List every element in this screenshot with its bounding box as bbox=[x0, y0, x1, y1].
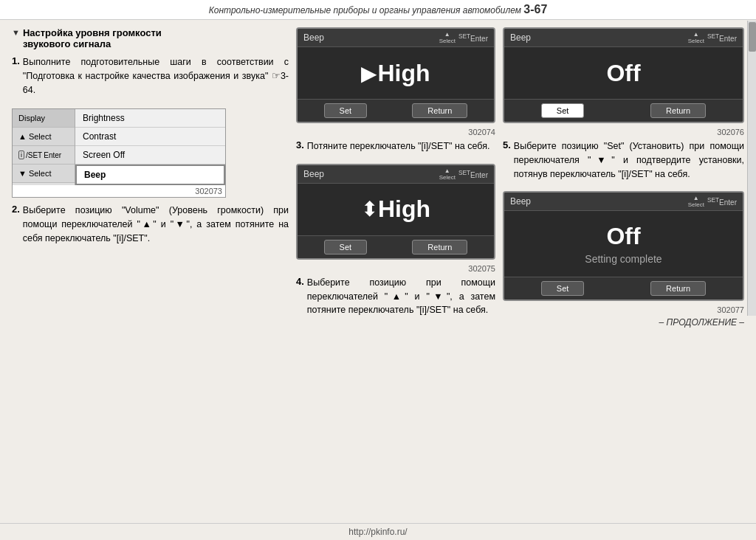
menu-item-beep[interactable]: Beep bbox=[75, 165, 225, 185]
step4-text: Выберите позицию при помощи переключател… bbox=[307, 276, 495, 317]
step5-num: 5. bbox=[503, 139, 511, 187]
step5-text: Выберите позицию "Set" (Установить) при … bbox=[514, 139, 744, 181]
panel4-controls: ▲ Select SETEnter bbox=[688, 195, 737, 208]
panel2-select-ctrl: ▲ Select bbox=[439, 167, 456, 181]
step5: 5. Выберите позицию "Set" (Установить) п… bbox=[503, 139, 744, 187]
panel3-return-btn[interactable]: Return bbox=[650, 103, 706, 118]
panel4-body: Off Setting complete bbox=[504, 211, 743, 277]
panel4: Beep ▲ Select SETEnter Off Setting compl… bbox=[503, 191, 744, 301]
footer-url: http://pkinfo.ru/ bbox=[348, 527, 407, 537]
menu-item-brightness[interactable]: Brightness bbox=[75, 109, 225, 128]
step1-text: Выполните подготовительные шаги в соотве… bbox=[23, 55, 289, 97]
panel3-caption: 302076 bbox=[503, 128, 744, 136]
page-header: Контрольно-измерительные приборы и орган… bbox=[0, 0, 756, 20]
select-ctrl-label: Select bbox=[439, 38, 456, 44]
step3-num: 3. bbox=[296, 139, 304, 159]
panel4-value: Off bbox=[606, 223, 640, 250]
play-icon: ▶ bbox=[361, 61, 377, 86]
panel4-footer: Set Return bbox=[504, 277, 743, 300]
step2-num: 2. bbox=[12, 204, 20, 251]
panel1-caption: 302074 bbox=[296, 128, 495, 136]
panel3-footer: Set Return bbox=[504, 99, 743, 122]
left-column: ▼ Настройка уровня громкости звукового с… bbox=[12, 27, 289, 516]
step1-num: 1. bbox=[12, 55, 20, 103]
panel1-header: Beep ▲ Select SETEnter bbox=[298, 29, 494, 47]
panel3-set-btn[interactable]: Set bbox=[541, 103, 585, 118]
enter-label: Enter bbox=[44, 151, 61, 159]
menu-main: Brightness Contrast Screen Off Beep bbox=[75, 109, 225, 185]
panel1-body: ▶ High bbox=[298, 47, 494, 99]
select-up-label: Select bbox=[29, 132, 52, 141]
set-enter-ctrl: SETEnter bbox=[458, 32, 488, 43]
up-down-icon: ⬍ bbox=[361, 197, 378, 221]
up-ctrl2: ▲ bbox=[444, 167, 450, 174]
triangle-icon: ▼ bbox=[12, 28, 20, 37]
panel2-body: ⬍ High bbox=[298, 184, 494, 235]
select-ctrl-label2: Select bbox=[439, 174, 456, 181]
section-title: ▼ Настройка уровня громкости звукового с… bbox=[12, 27, 289, 49]
panel4-set-btn[interactable]: Set bbox=[541, 281, 585, 296]
panel1-return-btn[interactable]: Return bbox=[412, 103, 467, 118]
select-up: ▲ Select bbox=[13, 128, 75, 146]
up-ctrl3: ▲ bbox=[693, 31, 699, 38]
panel3-select-ctrl: ▲ Select bbox=[688, 31, 704, 44]
page-footer: http://pkinfo.ru/ bbox=[0, 523, 756, 540]
scrollbar-thumb[interactable] bbox=[749, 22, 756, 52]
panel2-label: Beep bbox=[303, 169, 324, 179]
panel2-value: High bbox=[378, 195, 430, 223]
setting-complete: Setting complete bbox=[585, 253, 662, 265]
main-content: ▼ Настройка уровня громкости звукового с… bbox=[0, 20, 756, 523]
panel1-footer: Set Return bbox=[298, 99, 494, 122]
panel1-label: Beep bbox=[303, 32, 324, 43]
menu-item-screenoff[interactable]: Screen Off bbox=[75, 146, 225, 165]
menu-panel-inner: Display ▲ Select i /SET Enter ▼ Select bbox=[13, 109, 225, 185]
diagram-num-menu: 302073 bbox=[13, 185, 225, 197]
panel3-label: Beep bbox=[510, 32, 531, 43]
panel4-header: Beep ▲ Select SETEnter bbox=[504, 193, 743, 211]
panel4-caption: 302077 bbox=[503, 305, 744, 314]
panel2-return-btn[interactable]: Return bbox=[412, 240, 467, 255]
enter-item: i /SET Enter bbox=[13, 146, 75, 165]
panel3-value: Off bbox=[606, 60, 640, 87]
step1: 1. Выполните подготовительные шаги в соо… bbox=[12, 55, 289, 103]
enter-slash: /SET bbox=[26, 151, 42, 159]
panel2: Beep ▲ Select SETEnter ⬍ High Set Return bbox=[296, 164, 495, 260]
panel2-header: Beep ▲ Select SETEnter bbox=[298, 165, 494, 184]
title-line2: звукового сигнала bbox=[23, 38, 162, 49]
set-enter-ctrl4: SETEnter bbox=[707, 196, 737, 207]
info-icon: i bbox=[18, 150, 24, 159]
step4-num: 4. bbox=[296, 276, 304, 323]
header-text: Контрольно-измерительные приборы и орган… bbox=[209, 5, 521, 15]
select-down-label: Select bbox=[29, 169, 52, 178]
panel4-label: Beep bbox=[510, 196, 531, 207]
step2: 2. Выберите позицию "Volume" (Уровень гр… bbox=[12, 204, 289, 251]
up-ctrl4: ▲ bbox=[693, 195, 699, 201]
continuation-text: – ПРОДОЛЖЕНИЕ – bbox=[503, 317, 744, 328]
menu-item-contrast[interactable]: Contrast bbox=[75, 128, 225, 146]
panel3-header: Beep ▲ Select SETEnter bbox=[504, 29, 743, 47]
step3: 3. Потяните переключатель "[i]/SET" на с… bbox=[296, 139, 495, 159]
middle-column: Beep ▲ Select SETEnter ▶ High Set Return… bbox=[296, 27, 495, 516]
panel1-set-btn[interactable]: Set bbox=[324, 103, 368, 118]
panel2-footer: Set Return bbox=[298, 235, 494, 258]
menu-panel: Display ▲ Select i /SET Enter ▼ Select bbox=[12, 108, 226, 198]
panel2-set-btn[interactable]: Set bbox=[324, 240, 368, 255]
display-label: Display bbox=[13, 109, 75, 128]
panel1: Beep ▲ Select SETEnter ▶ High Set Return bbox=[296, 27, 495, 123]
scrollbar[interactable] bbox=[747, 21, 756, 316]
title-line1: Настройка уровня громкости bbox=[23, 27, 162, 38]
panel2-caption: 302075 bbox=[296, 264, 495, 273]
select-ctrl-label3: Select bbox=[688, 38, 704, 44]
panel4-return-btn[interactable]: Return bbox=[650, 281, 706, 296]
panel1-controls: ▲ Select SETEnter bbox=[439, 31, 488, 44]
panel1-select-ctrl: ▲ Select bbox=[439, 31, 456, 44]
up-arrow: ▲ bbox=[18, 132, 27, 141]
set-enter-ctrl3: SETEnter bbox=[707, 32, 737, 43]
panel3-controls: ▲ Select SETEnter bbox=[688, 31, 737, 44]
select-down: ▼ Select bbox=[13, 165, 75, 183]
select-ctrl-label4: Select bbox=[688, 201, 704, 208]
menu-sidebar: Display ▲ Select i /SET Enter ▼ Select bbox=[13, 109, 75, 185]
down-arrow: ▼ bbox=[18, 169, 27, 178]
panel3: Beep ▲ Select SETEnter Off Set Return bbox=[503, 27, 744, 123]
panel1-value: High bbox=[377, 60, 430, 87]
